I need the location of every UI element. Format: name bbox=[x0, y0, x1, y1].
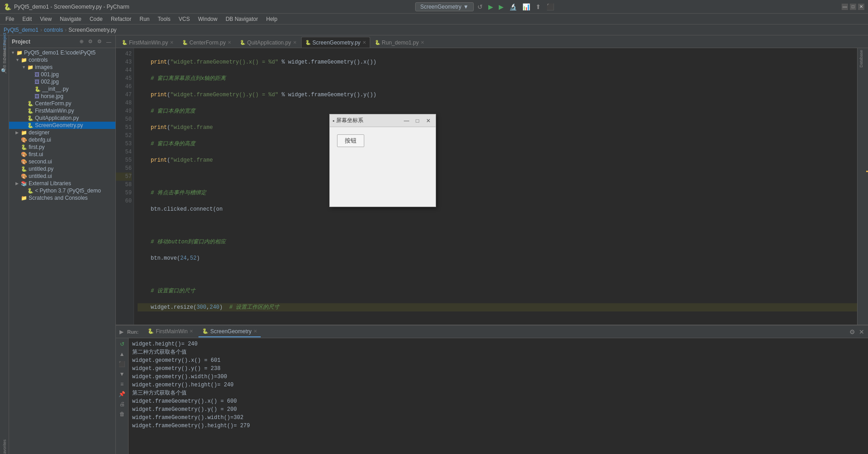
toolbar-run-btn[interactable]: ▶ bbox=[497, 2, 506, 11]
tree-debnfgui[interactable]: ▶ 🎨 debnfg.ui bbox=[9, 136, 115, 143]
close-button[interactable]: ✕ bbox=[858, 4, 864, 10]
right-icon-db[interactable]: Database bbox=[859, 50, 863, 68]
bottom-settings-btn[interactable]: ⚙ bbox=[849, 328, 855, 336]
toolbar-debug-btn[interactable]: ▶ bbox=[486, 2, 495, 11]
maximize-button[interactable]: □ bbox=[850, 4, 856, 10]
tree-untitledpy[interactable]: ▶ 🐍 untitled.py bbox=[9, 165, 115, 173]
tree-screengeom[interactable]: ▶ 🐍 ScreenGeometry.py bbox=[9, 122, 115, 129]
minimize-button[interactable]: — bbox=[842, 4, 848, 10]
toolbar-refresh-btn[interactable]: ↺ bbox=[476, 2, 485, 11]
tree-init[interactable]: ▶ 🐍 __init__.py bbox=[9, 85, 115, 93]
lib-icon-python37: 🐍 bbox=[27, 188, 34, 194]
tab-quitapp[interactable]: 🐍 QuitApplication.py ✕ bbox=[236, 37, 301, 48]
output-line-7: 第三种方式获取各个值 bbox=[132, 389, 864, 397]
menu-run[interactable]: Run bbox=[136, 15, 153, 23]
tree-firstmainwin[interactable]: ▶ 🐍 FirstMainWin.py bbox=[9, 107, 115, 114]
bottom-tab-close-firstmainwin[interactable]: ✕ bbox=[189, 329, 193, 334]
ui-icon-first: 🎨 bbox=[21, 152, 27, 158]
run-config-button[interactable]: ScreenGeometry ▼ bbox=[415, 2, 474, 11]
menu-file[interactable]: File bbox=[2, 15, 18, 23]
tab-centerform[interactable]: 🐍 CenterForm.py ✕ bbox=[178, 37, 235, 48]
tree-images[interactable]: ▼ 📁 images bbox=[9, 64, 115, 71]
run-pin-btn[interactable]: 📌 bbox=[118, 390, 126, 398]
run-scroll-up-btn[interactable]: ▲ bbox=[119, 350, 126, 358]
tree-label-untitledui: untitled.ui bbox=[29, 173, 52, 179]
tree-quitapp[interactable]: ▶ 🐍 QuitApplication.py bbox=[9, 114, 115, 122]
tree-controls[interactable]: ▼ 📁 controls bbox=[9, 56, 115, 64]
tab-close-rundemo1[interactable]: ✕ bbox=[421, 40, 424, 45]
menu-help[interactable]: Help bbox=[263, 15, 281, 23]
tree-002jpg[interactable]: ▶ 🖼 002.jpg bbox=[9, 78, 115, 85]
tab-label-firstmainwin: FirstMainWin.py bbox=[129, 39, 168, 46]
side-db-icon[interactable]: DB Browser bbox=[0, 55, 9, 64]
tree-secondui[interactable]: ▶ 🎨 second.ui bbox=[9, 158, 115, 165]
tree-label-screengeom: ScreenGeometry.py bbox=[35, 122, 83, 128]
side-fav-icon[interactable]: 2: Favorites bbox=[0, 446, 9, 454]
run-scroll-down-btn[interactable]: ▼ bbox=[119, 370, 126, 378]
dialog-maximize-btn[interactable]: □ bbox=[413, 116, 422, 125]
bottom-tab-close-screengeom[interactable]: ✕ bbox=[253, 329, 257, 334]
tab-label-rundemo1: Run_demo1.py bbox=[382, 39, 419, 46]
menu-tools[interactable]: Tools bbox=[154, 15, 174, 23]
run-stop-btn[interactable]: ⬛ bbox=[118, 360, 126, 368]
tree-untitledui[interactable]: ▶ 🎨 untitled.ui bbox=[9, 173, 115, 180]
tree-root[interactable]: ▼ 📁 PyQt5_demo1 E:\code\PyQt5 bbox=[9, 49, 115, 56]
tree-arrow-controls: ▼ bbox=[15, 58, 20, 62]
output-line-4: widget.geometry().y() = 238 bbox=[132, 365, 864, 373]
tree-firstpy[interactable]: ▶ 🐍 first.py bbox=[9, 143, 115, 151]
tab-close-firstmainwin[interactable]: ✕ bbox=[170, 40, 174, 45]
run-restart-btn[interactable]: ↺ bbox=[119, 340, 125, 348]
tree-python37[interactable]: ▶ 🐍 < Python 3.7 (PyQt5_demo bbox=[9, 187, 115, 194]
run-print-btn[interactable]: 🖨 bbox=[119, 400, 126, 408]
bottom-tab-firstmainwin[interactable]: 🐍 FirstMainWin ✕ bbox=[144, 326, 197, 337]
tab-screengeom[interactable]: 🐍 ScreenGeometry.py ✕ bbox=[301, 37, 370, 48]
tree-horsejpg[interactable]: ▶ 🖼 horse.jpg bbox=[9, 93, 115, 100]
menu-dbnavigator[interactable]: DB Navigator bbox=[222, 15, 262, 23]
bottom-content: ↺ ▲ ⬛ ▼ ≡ 📌 🖨 🗑 widget.height()= 240 第二种… bbox=[116, 338, 868, 454]
tree-label-002jpg: 002.jpg bbox=[41, 79, 59, 85]
tab-close-quitapp[interactable]: ✕ bbox=[293, 40, 297, 45]
tree-001jpg[interactable]: ▶ 🖼 001.jpg bbox=[9, 71, 115, 78]
menu-window[interactable]: Window bbox=[194, 15, 221, 23]
project-settings-btn[interactable]: ⚙ bbox=[87, 38, 94, 45]
dialog-button[interactable]: 按钮 bbox=[337, 134, 364, 147]
project-minimize-btn[interactable]: — bbox=[105, 39, 113, 45]
tree-scratches[interactable]: ▶ 📁 Scratches and Consoles bbox=[9, 194, 115, 202]
toolbar-profile-btn[interactable]: 📊 bbox=[521, 2, 532, 11]
menu-refactor[interactable]: Refactor bbox=[107, 15, 135, 23]
toolbar-vcs-btn[interactable]: ⬆ bbox=[534, 2, 543, 11]
tree-centerform[interactable]: ▶ 🐍 CenterForm.py bbox=[9, 100, 115, 107]
dialog-minimize-btn[interactable]: — bbox=[402, 116, 411, 125]
gutter-mark-1 bbox=[866, 171, 868, 172]
tab-close-screengeom[interactable]: ✕ bbox=[362, 40, 366, 45]
tab-rundemo1[interactable]: 🐍 Run_demo1.py ✕ bbox=[371, 37, 428, 48]
dialog-icon: ▪ bbox=[332, 118, 334, 124]
menu-view[interactable]: View bbox=[36, 15, 55, 23]
menu-navigate[interactable]: Navigate bbox=[56, 15, 85, 23]
run-delete-btn[interactable]: 🗑 bbox=[119, 410, 126, 418]
project-sync-btn[interactable]: ⊕ bbox=[78, 38, 85, 45]
tree-firstui[interactable]: ▶ 🎨 first.ui bbox=[9, 151, 115, 158]
toolbar-stop-btn[interactable]: ⬛ bbox=[545, 2, 556, 11]
tab-firstmainwin[interactable]: 🐍 FirstMainWin.py ✕ bbox=[118, 37, 178, 48]
menu-code[interactable]: Code bbox=[86, 15, 106, 23]
dialog-close-btn[interactable]: ✕ bbox=[424, 116, 433, 125]
bottom-settings2-btn[interactable]: ✕ bbox=[859, 328, 864, 336]
breadcrumb-project[interactable]: PyQt5_demo1 bbox=[4, 27, 39, 33]
toolbar-coverage-btn[interactable]: 🔬 bbox=[507, 2, 519, 11]
tree-extlibs[interactable]: ▶ 📚 External Libraries bbox=[9, 180, 115, 187]
run-format-btn[interactable]: ≡ bbox=[119, 380, 124, 388]
run-output: widget.height()= 240 第二种方式获取各个值 widget.g… bbox=[129, 338, 868, 454]
menu-edit[interactable]: Edit bbox=[19, 15, 35, 23]
run-config-label: ScreenGeometry bbox=[420, 4, 461, 10]
img-icon-002: 🖼 bbox=[35, 79, 40, 84]
bottom-tab-screengeom[interactable]: 🐍 ScreenGeometry ✕ bbox=[198, 326, 261, 337]
tree-designer[interactable]: ▶ 📁 designer bbox=[9, 129, 115, 136]
menu-vcs[interactable]: VCS bbox=[175, 15, 193, 23]
folder-icon-scratches: 📁 bbox=[21, 195, 27, 201]
output-line-9: widget.frameGeometry().y() = 200 bbox=[132, 405, 864, 414]
project-gear-btn[interactable]: ⚙ bbox=[96, 38, 103, 45]
code-content[interactable]: print("widget.frameGeometry().x() = %d" … bbox=[134, 48, 864, 325]
tab-close-centerform[interactable]: ✕ bbox=[228, 40, 231, 45]
breadcrumb-controls[interactable]: controls bbox=[44, 27, 63, 33]
